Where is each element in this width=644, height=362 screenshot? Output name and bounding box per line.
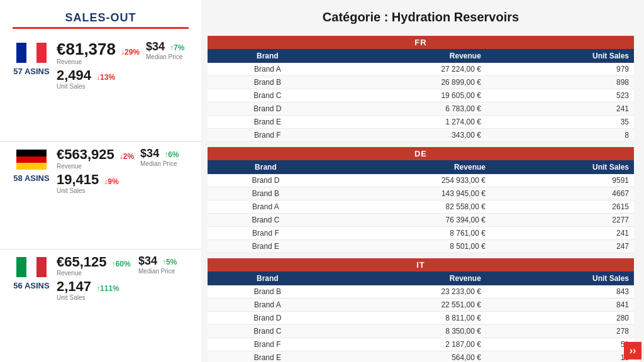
fr-median-price: $34: [146, 40, 165, 53]
fr-revenue-line: €81,378 ↓29%: [57, 40, 140, 58]
cell-revenue: 23 233,00 €: [328, 285, 486, 299]
it-revenue-change: ↑60%: [112, 260, 131, 268]
fr-revenue-change: ↓29%: [121, 48, 140, 57]
cell-unit_sales: 2277: [491, 214, 634, 227]
chevron-right-icon[interactable]: ››: [624, 342, 641, 359]
cell-unit_sales: 843: [486, 285, 634, 299]
cell-brand: Brand F: [208, 338, 328, 351]
table-row: Brand B23 233,00 €843: [208, 285, 634, 299]
table-row: Brand E564,00 €16: [208, 351, 634, 363]
de-median-price: $34: [140, 147, 159, 160]
cell-brand: Brand F: [208, 227, 324, 240]
cell-brand: Brand F: [208, 129, 328, 142]
fr-unit-line: 2,494 ↓13%: [57, 68, 140, 83]
de-table-header: DE: [208, 147, 634, 160]
it-revenue-line: €65,125 ↑60%: [57, 255, 132, 270]
cell-revenue: 564,00 €: [328, 351, 486, 363]
de-metrics-row: 58 ASINS €563,925 ↓2% Revenue 19,415 ↓9%…: [13, 147, 189, 196]
cell-brand: Brand B: [208, 187, 324, 200]
cell-brand: Brand D: [208, 312, 328, 325]
fr-metrics-main: €81,378 ↓29% Revenue 2,494 ↓13% Unit Sal…: [57, 40, 140, 92]
it-table: Brand Revenue Unit Sales Brand B23 233,0…: [208, 272, 634, 362]
it-col-brand: Brand: [208, 272, 328, 285]
it-asins: 56 ASINS: [13, 281, 49, 290]
table-row: Brand D254 933,00 €9591: [208, 174, 634, 187]
page-title: Catégorie : Hydration Reservoirs: [208, 6, 634, 30]
fr-col-revenue: Revenue: [328, 49, 486, 63]
table-section-fr: FR Brand Revenue Unit Sales Brand A27 22…: [208, 36, 634, 142]
table-row: Brand F8 761,00 €241: [208, 227, 634, 240]
de-median-label: Median Price: [140, 160, 177, 167]
fr-table: Brand Revenue Unit Sales Brand A27 224,0…: [208, 49, 634, 142]
flag-it: [16, 257, 47, 277]
cell-unit_sales: 523: [486, 89, 634, 102]
cell-unit_sales: 9591: [491, 174, 634, 187]
right-panel: Catégorie : Hydration Reservoirs FR Bran…: [201, 0, 644, 362]
tables-container: FR Brand Revenue Unit Sales Brand A27 22…: [208, 36, 634, 362]
cell-revenue: 6 783,00 €: [328, 102, 486, 116]
cell-brand: Brand D: [208, 102, 328, 116]
cell-unit_sales: 51: [486, 338, 634, 351]
cell-unit_sales: 841: [486, 299, 634, 312]
fr-median-label: Median Price: [146, 53, 182, 60]
fr-table-header: FR: [208, 36, 634, 49]
cell-revenue: 76 394,00 €: [324, 214, 491, 227]
de-revenue: €563,925: [57, 147, 114, 162]
cell-unit_sales: 280: [486, 312, 634, 325]
de-revenue-change: ↓2%: [119, 152, 134, 161]
cell-revenue: 82 558,00 €: [324, 200, 491, 214]
country-section-it: 56 ASINS €65,125 ↑60% Revenue 2,147 ↑111…: [0, 250, 201, 356]
it-revenue: €65,125: [57, 255, 107, 270]
de-col-revenue: Revenue: [324, 160, 491, 174]
de-unit-line: 19,415 ↓9%: [57, 172, 134, 187]
cell-revenue: 2 187,00 €: [328, 338, 486, 351]
sales-out-title: SALES-OUT: [13, 6, 189, 29]
country-section-de: 58 ASINS €563,925 ↓2% Revenue 19,415 ↓9%…: [0, 142, 201, 249]
it-table-header: IT: [208, 258, 634, 272]
it-unit-line: 2,147 ↑111%: [57, 279, 132, 294]
fr-asins: 57 ASINS: [13, 67, 49, 76]
cell-revenue: 19 605,00 €: [328, 89, 486, 102]
table-row: Brand E1 274,00 €35: [208, 116, 634, 129]
cell-unit_sales: 241: [486, 102, 634, 116]
it-median-price: $34: [138, 255, 157, 268]
fr-col-brand: Brand: [208, 49, 328, 63]
cell-unit_sales: 8: [486, 129, 634, 142]
de-col-brand: Brand: [208, 160, 324, 174]
cell-unit_sales: 247: [491, 240, 634, 253]
fr-median-change: ↑7%: [170, 43, 184, 52]
cell-revenue: 143 945,00 €: [324, 187, 491, 200]
it-revenue-label: Revenue: [57, 270, 132, 277]
table-row: Brand D8 811,00 €280: [208, 312, 634, 325]
cell-brand: Brand E: [208, 351, 328, 363]
fr-col-units: Unit Sales: [486, 49, 634, 63]
table-row: Brand D6 783,00 €241: [208, 102, 634, 116]
table-row: Brand C76 394,00 €2277: [208, 214, 634, 227]
cell-revenue: 27 224,00 €: [328, 63, 486, 76]
fr-unit-label: Unit Sales: [57, 83, 140, 90]
cell-brand: Brand D: [208, 174, 324, 187]
cell-revenue: 1 274,00 €: [328, 116, 486, 129]
de-median-block: $34 ↑6% Median Price: [140, 147, 191, 167]
it-metrics-row: 56 ASINS €65,125 ↑60% Revenue 2,147 ↑111…: [13, 255, 189, 304]
cell-brand: Brand A: [208, 200, 324, 214]
table-row: Brand B143 945,00 €4667: [208, 187, 634, 200]
table-row: Brand C8 350,00 €278: [208, 325, 634, 338]
fr-revenue-label: Revenue: [57, 58, 140, 65]
cell-brand: Brand B: [208, 76, 328, 89]
it-col-revenue: Revenue: [328, 272, 486, 285]
cell-unit_sales: 16: [486, 351, 634, 363]
cell-unit_sales: 2615: [491, 200, 634, 214]
cell-revenue: 8 501,00 €: [324, 240, 491, 253]
table-row: Brand F2 187,00 €51: [208, 338, 634, 351]
fr-metrics-row: 57 ASINS €81,378 ↓29% Revenue 2,494 ↓13%…: [13, 40, 189, 92]
left-panel: SALES-OUT 57 ASINS €81,378 ↓29% Revenue …: [0, 0, 201, 362]
table-row: Brand F343,00 €8: [208, 129, 634, 142]
flag-de: [16, 150, 47, 170]
de-asins: 58 ASINS: [13, 173, 49, 183]
de-unit-label: Unit Sales: [57, 187, 134, 194]
fr-unit-sales: 2,494: [57, 68, 91, 83]
cell-revenue: 22 551,00 €: [328, 299, 486, 312]
table-section-it: IT Brand Revenue Unit Sales Brand B23 23…: [208, 258, 634, 362]
cell-brand: Brand C: [208, 89, 328, 102]
